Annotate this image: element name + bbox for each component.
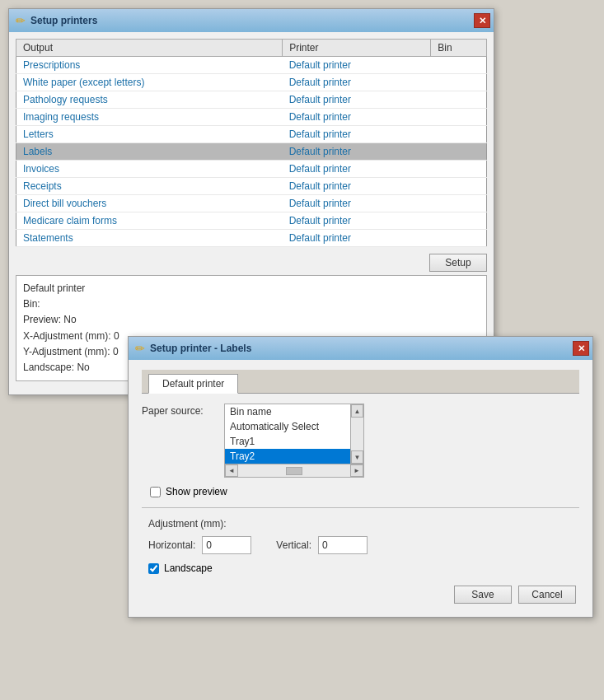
divider — [142, 507, 579, 508]
table-row[interactable]: Medicare claim formsDefault printer — [16, 212, 487, 230]
printer-cell: Default printer — [283, 109, 431, 126]
listbox-wrapper: Bin nameAutomatically SelectTray1Tray2 ▲… — [224, 404, 364, 478]
main-title-bar: ✏ Setup printers ✕ — [9, 9, 494, 32]
horizontal-field-group: Horizontal: — [148, 536, 251, 554]
output-cell: White paper (except letters) — [16, 74, 283, 91]
bin-cell — [431, 57, 487, 74]
tab-bar: Default printer — [142, 370, 579, 394]
pencil-icon: ✏ — [16, 14, 26, 27]
col-bin: Bin — [431, 40, 487, 57]
list-item[interactable]: Tray1 — [225, 434, 350, 449]
listbox-and-scrollbar: Bin nameAutomatically SelectTray1Tray2 ▲… — [224, 404, 364, 464]
printer-cell: Default printer — [283, 143, 431, 161]
printer-cell: Default printer — [283, 230, 431, 247]
printer-cell: Default printer — [283, 212, 431, 230]
output-cell: Receipts — [16, 178, 283, 195]
setup-button[interactable]: Setup — [429, 254, 487, 272]
output-cell: Pathology requests — [16, 91, 283, 109]
sub-close-button[interactable]: ✕ — [573, 341, 589, 356]
output-cell: Letters — [16, 126, 283, 143]
title-bar-left: ✏ Setup printers — [16, 14, 97, 27]
printer-cell: Default printer — [283, 161, 431, 178]
table-row[interactable]: Direct bill vouchersDefault printer — [16, 195, 487, 212]
printer-table: Output Printer Bin PrescriptionsDefault … — [16, 39, 487, 247]
printer-cell: Default printer — [283, 57, 431, 74]
table-row[interactable]: ReceiptsDefault printer — [16, 178, 487, 195]
bin-cell — [431, 212, 487, 230]
bin-cell — [431, 161, 487, 178]
paper-source-label: Paper source: — [142, 404, 224, 417]
table-row[interactable]: LettersDefault printer — [16, 126, 487, 143]
save-button[interactable]: Save — [454, 586, 512, 604]
table-row[interactable]: InvoicesDefault printer — [16, 161, 487, 178]
adjustment-label: Adjustment (mm): — [148, 518, 573, 530]
bin-cell — [431, 230, 487, 247]
adjustment-section: Adjustment (mm): Horizontal: Vertical: — [142, 518, 579, 554]
paper-source-row: Paper source: Bin nameAutomatically Sele… — [142, 404, 579, 478]
landscape-checkbox[interactable] — [148, 563, 159, 574]
bin-cell — [431, 195, 487, 212]
col-output: Output — [16, 40, 283, 57]
info-bin: Bin: — [23, 296, 480, 312]
sub-title-bar-left: ✏ Setup printer - Labels — [135, 342, 251, 355]
table-row[interactable]: LabelsDefault printer — [16, 143, 487, 161]
output-cell: Medicare claim forms — [16, 212, 283, 230]
setup-printer-labels-window: ✏ Setup printer - Labels ✕ Default print… — [128, 336, 593, 618]
sub-window-content: Default printer Paper source: Bin nameAu… — [129, 360, 592, 617]
table-row[interactable]: PrescriptionsDefault printer — [16, 57, 487, 74]
show-preview-label: Show preview — [166, 486, 227, 497]
info-printer: Default printer — [23, 281, 480, 296]
vertical-field-group: Vertical: — [276, 536, 368, 554]
scroll-down-arrow[interactable]: ▼ — [351, 450, 363, 464]
printer-cell: Default printer — [283, 74, 431, 91]
output-cell: Invoices — [16, 161, 283, 178]
table-row[interactable]: White paper (except letters)Default prin… — [16, 74, 487, 91]
col-printer: Printer — [283, 40, 431, 57]
h-scroll-track — [238, 464, 350, 477]
printer-cell: Default printer — [283, 91, 431, 109]
vertical-label: Vertical: — [276, 539, 311, 551]
bin-listbox[interactable]: Bin nameAutomatically SelectTray1Tray2 — [224, 404, 351, 464]
output-cell: Labels — [16, 143, 283, 161]
setup-btn-row: Setup — [16, 254, 487, 272]
scroll-right-arrow[interactable]: ► — [350, 464, 363, 477]
show-preview-checkbox[interactable] — [150, 487, 161, 497]
output-cell: Direct bill vouchers — [16, 195, 283, 212]
landscape-label: Landscape — [164, 562, 213, 574]
list-item[interactable]: Tray2 — [225, 449, 350, 464]
list-item[interactable]: Bin name — [225, 404, 350, 419]
main-window-title: Setup printers — [30, 15, 97, 26]
main-close-button[interactable]: ✕ — [474, 13, 490, 28]
sub-pencil-icon: ✏ — [135, 342, 145, 355]
sub-window-title: Setup printer - Labels — [150, 343, 251, 354]
list-item[interactable]: Automatically Select — [225, 419, 350, 434]
table-row[interactable]: Pathology requestsDefault printer — [16, 91, 487, 109]
printer-cell: Default printer — [283, 126, 431, 143]
bin-cell — [431, 74, 487, 91]
info-preview: Preview: No — [23, 312, 480, 328]
adj-fields: Horizontal: Vertical: — [148, 536, 573, 554]
table-row[interactable]: Imaging requestsDefault printer — [16, 109, 487, 126]
landscape-row: Landscape — [142, 562, 579, 574]
horizontal-scrollbar[interactable]: ◄ ► — [224, 464, 364, 478]
bin-cell — [431, 178, 487, 195]
table-row[interactable]: StatementsDefault printer — [16, 230, 487, 247]
horizontal-label: Horizontal: — [148, 539, 195, 551]
output-cell: Imaging requests — [16, 109, 283, 126]
vertical-input[interactable] — [318, 536, 368, 554]
show-preview-row: Show preview — [142, 486, 579, 497]
cancel-button[interactable]: Cancel — [518, 586, 576, 604]
vertical-scrollbar[interactable]: ▲ ▼ — [351, 404, 364, 464]
bin-cell — [431, 109, 487, 126]
scroll-left-arrow[interactable]: ◄ — [225, 464, 238, 477]
sub-title-bar: ✏ Setup printer - Labels ✕ — [129, 337, 592, 360]
bin-cell — [431, 91, 487, 109]
printer-cell: Default printer — [283, 195, 431, 212]
output-cell: Statements — [16, 230, 283, 247]
tab-default-printer[interactable]: Default printer — [148, 374, 238, 394]
horizontal-input[interactable] — [202, 536, 251, 554]
h-scroll-thumb — [286, 467, 302, 475]
scroll-track — [351, 418, 363, 450]
scroll-up-arrow[interactable]: ▲ — [351, 404, 363, 418]
bin-cell — [431, 143, 487, 161]
